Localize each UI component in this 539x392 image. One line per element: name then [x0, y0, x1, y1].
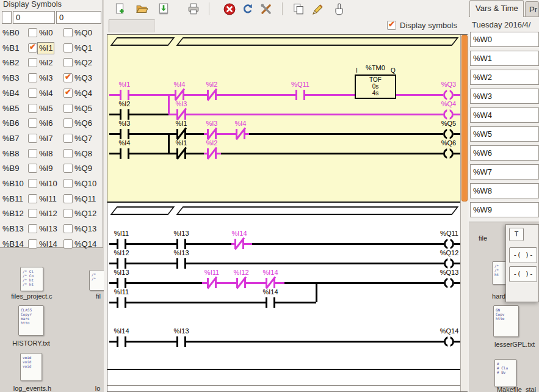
coil[interactable]	[443, 90, 454, 100]
contact-open[interactable]	[117, 239, 126, 249]
input-checkbox[interactable]	[28, 73, 37, 82]
contact-closed[interactable]	[176, 109, 186, 120]
tab-vars-time[interactable]: Vars & Time	[469, 0, 524, 17]
palette-button[interactable]: T	[509, 228, 524, 241]
coil[interactable]	[444, 258, 454, 269]
spin-value-1[interactable]: 0	[13, 11, 55, 24]
coil[interactable]	[444, 336, 454, 347]
input-label[interactable]: %I13	[38, 223, 59, 234]
spin-mini-box[interactable]	[2, 11, 12, 24]
contact-open[interactable]	[120, 109, 129, 120]
refresh-button[interactable]	[239, 1, 256, 17]
contact-closed[interactable]	[266, 278, 275, 288]
input-checkbox[interactable]	[28, 209, 37, 218]
contact-open[interactable]	[120, 129, 129, 139]
output-label[interactable]: %Q4	[73, 88, 93, 99]
timer-block[interactable]: TOF0s4s	[355, 74, 396, 99]
spin-value-2[interactable]: 0	[56, 11, 101, 24]
output-checkbox[interactable]	[63, 164, 73, 173]
input-label[interactable]: %I4	[38, 88, 54, 99]
input-checkbox[interactable]	[28, 89, 37, 98]
ladder-scrollbar-thumb[interactable]	[461, 35, 468, 201]
input-checkbox[interactable]	[28, 134, 37, 143]
output-label[interactable]: %Q9	[73, 163, 93, 174]
coil[interactable]	[443, 109, 454, 120]
input-label[interactable]: %I12	[38, 208, 59, 219]
contact-open[interactable]	[117, 278, 126, 288]
input-label[interactable]: %I6	[38, 118, 54, 129]
display-symbols-toggle[interactable]: Display symbols	[387, 20, 466, 32]
output-checkbox[interactable]	[63, 28, 73, 37]
coil[interactable]	[444, 239, 454, 249]
input-checkbox[interactable]	[28, 194, 37, 203]
contact-open[interactable]	[176, 258, 186, 269]
input-checkbox[interactable]	[28, 179, 37, 188]
output-checkbox[interactable]	[63, 104, 73, 113]
input-label[interactable]: %I8	[38, 148, 54, 159]
input-label[interactable]: %I14	[38, 239, 59, 250]
var-entry[interactable]: %W1	[470, 51, 539, 66]
output-checkbox[interactable]	[63, 89, 73, 98]
toolbar-entry[interactable]	[109, 20, 155, 32]
output-label[interactable]: %Q5	[73, 103, 93, 114]
ladder-scrollbar[interactable]	[460, 35, 468, 391]
contact-closed[interactable]	[236, 278, 246, 288]
output-label[interactable]: %Q7	[73, 133, 93, 144]
input-checkbox[interactable]	[28, 58, 37, 67]
input-label[interactable]: %I11	[38, 194, 58, 205]
copy-button[interactable]	[290, 1, 307, 17]
contact-open[interactable]	[176, 239, 186, 249]
output-checkbox[interactable]	[63, 179, 73, 188]
var-entry[interactable]: %W6	[470, 145, 539, 161]
display-symbols-checkbox[interactable]	[387, 21, 396, 30]
input-checkbox[interactable]	[28, 118, 37, 128]
contact-closed[interactable]	[176, 129, 186, 139]
desktop-icon[interactable]: /*/*	[89, 270, 105, 291]
contact-closed[interactable]	[175, 90, 184, 100]
print-button[interactable]	[185, 1, 202, 17]
tab-project[interactable]: Pr	[525, 1, 539, 17]
var-entry[interactable]: %W8	[470, 183, 539, 198]
output-checkbox[interactable]	[63, 239, 73, 249]
var-entry[interactable]: %W7	[470, 164, 539, 180]
contact-open[interactable]	[295, 90, 305, 100]
output-label[interactable]: %Q10	[73, 178, 98, 189]
contact-closed[interactable]	[234, 239, 244, 249]
output-label[interactable]: %Q3	[73, 73, 93, 84]
contact-open[interactable]	[117, 297, 126, 308]
coil[interactable]	[444, 278, 454, 288]
input-checkbox[interactable]	[28, 164, 37, 173]
var-entry[interactable]: %W9	[470, 202, 539, 217]
output-checkbox[interactable]	[63, 73, 73, 82]
input-label[interactable]: %I5	[38, 103, 54, 114]
save-button[interactable]	[155, 1, 172, 17]
output-checkbox[interactable]	[63, 58, 73, 67]
output-label[interactable]: %Q0	[73, 27, 93, 38]
contact-open[interactable]	[176, 336, 186, 347]
desktop-icon[interactable]: ## Cla# Bv	[494, 359, 516, 387]
input-label[interactable]: %I9	[38, 163, 54, 174]
contact-open[interactable]	[117, 258, 126, 269]
output-checkbox[interactable]	[63, 149, 73, 158]
open-button[interactable]	[133, 1, 150, 17]
desktop-icon[interactable]: GNCopvhtto	[493, 305, 519, 337]
input-checkbox[interactable]	[28, 43, 37, 53]
desktop-icon[interactable]: voidvoidvoid	[20, 353, 42, 381]
contact-closed[interactable]	[207, 90, 217, 100]
output-checkbox[interactable]	[63, 118, 73, 128]
input-label[interactable]: %I3	[38, 73, 54, 84]
contact-open[interactable]	[266, 297, 275, 308]
output-label[interactable]: %Q13	[73, 223, 98, 234]
stop-button[interactable]	[221, 1, 238, 17]
var-entry[interactable]: %W0	[470, 32, 539, 47]
contact-open[interactable]	[120, 90, 129, 100]
input-checkbox[interactable]	[28, 224, 37, 233]
output-label[interactable]: %Q14	[73, 239, 98, 250]
contact-open[interactable]	[117, 336, 126, 347]
contact-closed[interactable]	[207, 148, 217, 159]
contact-open[interactable]	[120, 148, 129, 159]
input-checkbox[interactable]	[28, 149, 37, 158]
input-label[interactable]: %I10	[38, 178, 59, 189]
coil[interactable]	[443, 148, 454, 159]
var-entry[interactable]: %W3	[470, 89, 539, 104]
